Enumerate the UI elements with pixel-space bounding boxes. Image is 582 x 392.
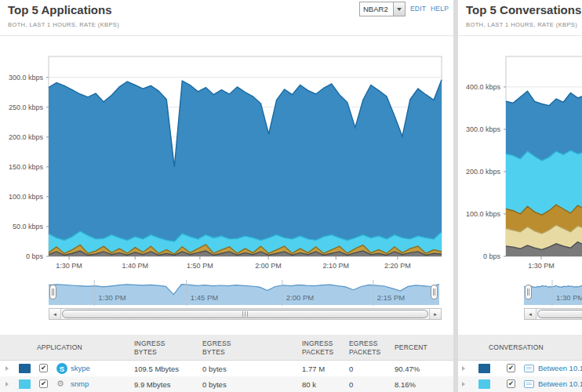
y-tick-label: 100.0 kbps [466,210,501,218]
column-header: PERCENT [395,335,443,361]
table-row[interactable]: ✔Between 10.19 [458,361,582,376]
brush-time-label: 2:00 PM [286,293,314,302]
column-header: INGRESS BYTES [134,335,172,361]
table-cell: 8.16% [395,376,453,392]
table-header-row: CONVERSATION [458,335,582,361]
scroll-left-icon[interactable]: ◂ [49,309,61,319]
scroll-left-icon[interactable]: ◂ [525,309,537,319]
y-tick-label: 300.0 kbps [466,125,501,133]
x-tick-label: 1:40 PM [122,262,148,270]
series-checkbox[interactable]: ✔ [39,364,48,372]
panel-subtitle: BOTH, LAST 1 HOURS, RATE (KBPS) [8,21,119,28]
conversations-scrollbar[interactable]: ◂ [524,308,582,320]
table-cell: 0 bytes [202,361,253,376]
y-tick-label: 200.0 kbps [9,133,44,141]
y-tick-label: 400.0 kbps [466,83,501,91]
conversations-area-chart: 400.0 kbps300.0 kbps200.0 kbps100.0 kbps… [458,36,582,271]
x-tick-label: 2:00 PM [255,262,282,270]
scrollbar-thumb[interactable] [537,310,582,318]
x-tick-label: 1:30 PM [528,262,555,270]
x-tick-label: 1:50 PM [187,262,213,270]
applications-area-chart: 300.0 kbps250.0 kbps200.0 kbps150.0 kbps… [0,36,453,271]
brush-handle-left[interactable] [49,285,56,299]
nbar2-dropdown-value: NBAR2 [360,5,393,13]
applications-time-brush[interactable]: 1:30 PM1:45 PM2:00 PM2:15 PM [49,280,439,306]
y-tick-label: 150.0 kbps [9,163,44,171]
nbar2-dropdown[interactable]: NBAR2 [359,2,406,16]
scrollbar-track[interactable] [537,309,582,319]
table-row[interactable]: ✔Between 10.19 [458,376,582,392]
row-link[interactable]: Between 10.19 [538,364,582,372]
panel-subtitle: BOTH, LAST 1 HOURS, RATE (KBPS) [466,21,577,28]
table-row[interactable]: ✔⚙snmp9.9 Mbytes0 bytes80 k08.16% [0,376,453,392]
brush-handle-right[interactable] [431,285,438,299]
applications-scrollbar[interactable]: ◂ ▸ [49,308,442,320]
expand-arrow-icon[interactable] [462,366,465,371]
panel-top5-applications: Top 5 Applications BOTH, LAST 1 HOURS, R… [0,0,453,392]
column-header: EGRESS BYTES [202,335,237,361]
column-header: INGRESS PACKETS [302,335,343,361]
row-link[interactable]: skype [71,364,90,372]
panel-top5-conversations: Top 5 Conversations BOTH, LAST 1 HOURS, … [458,0,582,392]
conversations-time-brush[interactable]: 1:30 PM [524,280,582,306]
chevron-down-icon[interactable] [393,2,405,16]
area-skype [49,80,442,256]
x-tick-label: 2:10 PM [322,262,349,270]
series-color-swatch [478,379,490,389]
dashboard: Top 5 Applications BOTH, LAST 1 HOURS, R… [0,0,582,392]
y-tick-label: 0 bps [26,252,44,260]
y-tick-label: 0 bps [483,252,501,260]
expand-arrow-icon[interactable] [5,382,9,387]
series-color-swatch [19,379,31,389]
table-cell: 90.47% [395,361,453,376]
row-link[interactable]: snmp [71,379,89,388]
brush-handle-left[interactable] [525,285,532,299]
brush-time-label: 1:45 PM [191,293,218,302]
page-title: Top 5 Conversations [466,3,581,16]
y-tick-label: 250.0 kbps [9,103,44,111]
conversation-icon [524,365,534,372]
series-checkbox[interactable]: ✔ [507,364,515,372]
expand-arrow-icon[interactable] [462,382,465,387]
series-color-swatch [478,364,490,373]
table-cell: 9.9 Mbytes [134,376,187,392]
column-header: EGRESS PACKETS [349,335,390,361]
brush-time-label: 1:30 PM [98,293,125,302]
skype-icon: S [56,363,67,374]
series-checkbox[interactable]: ✔ [507,379,515,388]
table-cell: 109.5 Mbytes [134,361,187,376]
series-checkbox[interactable]: ✔ [39,379,48,388]
scrollbar-track[interactable] [61,309,429,319]
edit-link[interactable]: EDIT [410,5,426,13]
column-header: CONVERSATION [489,335,575,361]
scroll-right-icon[interactable]: ▸ [429,309,441,319]
series-color-swatch [19,364,31,373]
grip-icon [242,311,249,317]
y-tick-label: 100.0 kbps [9,193,44,201]
brush-time-label: 2:15 PM [377,293,405,302]
row-link[interactable]: Between 10.19 [538,379,582,388]
help-link[interactable]: HELP [431,5,449,13]
brush-area-line [524,285,582,287]
table-header-row: APPLICATIONINGRESS BYTESEGRESS BYTESINGR… [0,335,453,361]
x-tick-label: 2:20 PM [384,262,411,270]
y-tick-label: 200.0 kbps [466,168,501,176]
column-header: APPLICATION [37,335,127,361]
scrollbar-thumb[interactable] [62,310,428,318]
conversation-icon [524,380,534,388]
page-title: Top 5 Applications [8,3,112,16]
table-cell: 0 bytes [202,376,253,392]
y-tick-label: 300.0 kbps [9,74,44,82]
expand-arrow-icon[interactable] [5,366,9,371]
x-tick-label: 1:30 PM [56,262,82,270]
gear-icon: ⚙ [56,378,64,390]
y-tick-label: 50.0 kbps [13,223,44,230]
brush-time-label: 1:30 PM [556,293,582,302]
table-row[interactable]: ✔Sskype109.5 Mbytes0 bytes1.77 M090.47% [0,361,453,376]
